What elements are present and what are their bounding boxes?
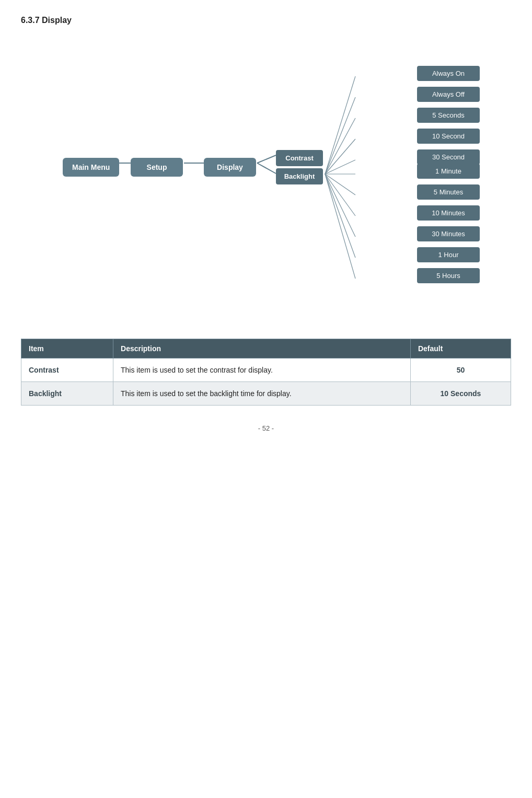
nav-display: Display	[204, 158, 256, 177]
svg-line-13	[325, 174, 355, 258]
svg-line-5	[325, 97, 355, 174]
table-row: Backlight This item is used to set the b…	[21, 382, 511, 406]
diagram-area: Main Menu Setup Display Contrast Backlig…	[21, 38, 511, 320]
row2-default: 10 Seconds	[410, 382, 511, 406]
page-footer: - 52 -	[21, 424, 511, 432]
row1-default: 50	[410, 358, 511, 382]
col-header-description: Description	[113, 339, 411, 358]
info-table: Item Description Default Contrast This i…	[21, 339, 511, 406]
svg-line-14	[325, 174, 355, 279]
svg-line-6	[325, 118, 355, 174]
svg-line-8	[325, 160, 355, 174]
option-5-minutes: 5 Minutes	[417, 184, 480, 200]
svg-line-4	[325, 76, 355, 174]
svg-line-12	[325, 174, 355, 237]
connector-contrast: Contrast	[276, 150, 323, 166]
svg-line-7	[325, 139, 355, 174]
nav-main-menu: Main Menu	[63, 158, 119, 177]
option-30-minutes: 30 Minutes	[417, 226, 480, 241]
row2-item: Backlight	[21, 382, 113, 406]
row1-item: Contrast	[21, 358, 113, 382]
svg-line-3	[257, 163, 276, 174]
option-1-minute: 1 Minute	[417, 164, 480, 179]
option-30-second: 30 Second	[417, 149, 480, 165]
svg-line-10	[325, 174, 355, 195]
table-row: Contrast This item is used to set the co…	[21, 358, 511, 382]
nav-setup: Setup	[131, 158, 183, 177]
option-always-off: Always Off	[417, 87, 480, 102]
col-header-default: Default	[410, 339, 511, 358]
svg-line-2	[257, 155, 276, 163]
row2-description: This item is used to set the backlight t…	[113, 382, 411, 406]
option-10-second: 10 Second	[417, 129, 480, 144]
col-header-item: Item	[21, 339, 113, 358]
option-5-seconds: 5 Seconds	[417, 108, 480, 123]
option-always-on: Always On	[417, 66, 480, 81]
option-5-hours: 5 Hours	[417, 268, 480, 283]
page-title: 6.3.7 Display	[21, 16, 511, 25]
option-1-hour: 1 Hour	[417, 247, 480, 262]
option-10-minutes: 10 Minutes	[417, 205, 480, 221]
connector-backlight: Backlight	[276, 168, 323, 184]
row1-description: This item is used to set the contrast fo…	[113, 358, 411, 382]
svg-line-11	[325, 174, 355, 216]
